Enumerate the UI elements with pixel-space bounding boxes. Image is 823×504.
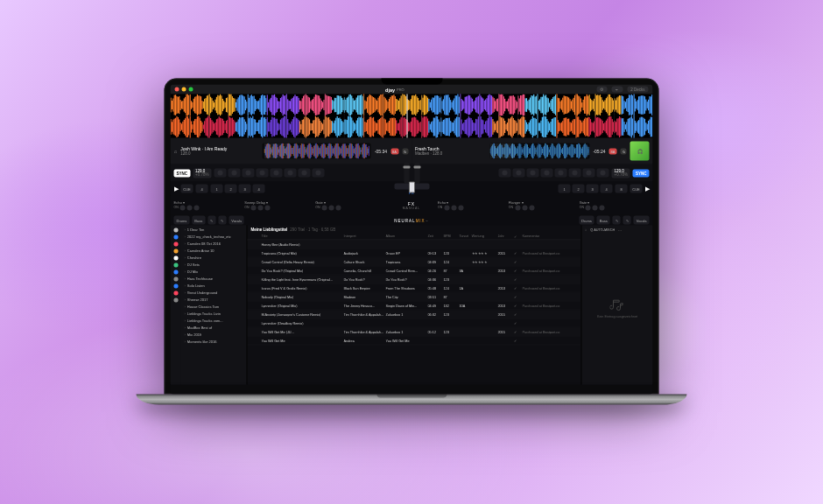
table-row[interactable]: Crowd Control (Delta Heavy Remix)Culture… — [248, 258, 581, 267]
table-row[interactable]: Killing the Light feat. Inne Eysermans (… — [248, 276, 581, 284]
fx-knob[interactable] — [586, 206, 591, 211]
fx-mode-label[interactable]: MANUAL — [387, 206, 436, 210]
fx-knob[interactable] — [600, 206, 605, 211]
table-row[interactable]: Icarus (Fred V & Grafix Remix)Black Sun … — [248, 284, 581, 293]
sidebar-playlist-item[interactable]: Camden Arise 10 — [181, 247, 247, 254]
main-waveform[interactable] — [171, 94, 653, 138]
hotcue-button[interactable]: 4 — [601, 185, 613, 193]
source-icon[interactable] — [173, 284, 178, 289]
close-icon[interactable] — [175, 88, 179, 92]
column-header[interactable]: ✓ — [514, 234, 523, 239]
sidebar-playlist-item[interactable]: Lieblings Tracks Livin — [181, 310, 247, 317]
column-header[interactable] — [251, 234, 262, 239]
control-button[interactable] — [256, 169, 268, 178]
fx-knob[interactable] — [194, 206, 200, 211]
deck-a-loop-badge[interactable]: ↻ — [402, 148, 408, 154]
table-row[interactable]: Lynnecker (Deadboy Remix)✓ — [248, 319, 581, 328]
fx-on-button[interactable]: ON — [174, 206, 179, 211]
queue-more-icon[interactable]: ⋯ — [618, 228, 622, 233]
control-button[interactable] — [228, 169, 240, 178]
deck-mode-select[interactable]: 2 Decks — [627, 87, 648, 93]
column-header[interactable]: Title — [262, 234, 344, 239]
sidebar-playlist-item[interactable]: DJ Mix — [181, 268, 247, 275]
column-header[interactable]: Kommentar — [523, 234, 578, 239]
table-row[interactable]: Lynnecker (Original Mix)The Jimmy Hessco… — [248, 302, 581, 311]
source-icon[interactable] — [173, 270, 178, 275]
hotcue-button[interactable]: 2 — [573, 185, 585, 193]
source-icon[interactable] — [173, 256, 178, 261]
hotcue-button[interactable]: 2 — [225, 185, 237, 193]
queue-automix-badge[interactable]: Q AUTO-MISCH — [590, 228, 615, 233]
control-button[interactable] — [270, 169, 282, 178]
fx-knob[interactable] — [444, 206, 449, 211]
neural-stem-button[interactable]: Bass — [192, 216, 205, 225]
crossfader[interactable] — [394, 183, 429, 189]
control-button[interactable] — [312, 169, 324, 178]
source-icon[interactable] — [173, 235, 178, 240]
neural-stem-button[interactable]: Drums — [174, 216, 190, 225]
sidebar-playlist-item[interactable]: 1 Dear Tim — [181, 226, 247, 233]
control-button[interactable] — [298, 169, 310, 178]
volume-fader-a[interactable] — [404, 163, 409, 184]
library-columns[interactable]: TitleInterpretAlbumZeitBPMTonartWertungJ… — [248, 234, 581, 241]
play-button-b[interactable]: ▶ — [645, 186, 650, 192]
neural-stem-button[interactable]: ✎ — [208, 216, 215, 225]
hotcue-button[interactable]: 1 — [211, 185, 223, 193]
fx-slot-label[interactable]: Gate ▾ — [315, 200, 385, 205]
source-icon[interactable] — [173, 298, 178, 303]
bpm-display-b[interactable]: 129.0+0.78% — [612, 168, 630, 178]
deck-a-overview[interactable] — [262, 144, 371, 159]
source-icon[interactable] — [173, 263, 178, 268]
column-header[interactable]: Jahr — [498, 234, 514, 239]
sidebar-playlist-item[interactable]: House Classics Tam — [181, 303, 247, 310]
sidebar-playlist-item[interactable]: Solo Listen — [181, 282, 247, 289]
table-row[interactable]: M Anxiety (Jonwayne's Custome Remix)Tim … — [248, 311, 581, 319]
neural-stem-button[interactable]: ✎ — [218, 216, 226, 225]
control-button[interactable] — [499, 169, 511, 178]
table-row[interactable]: Tropicana (Original Mix)AudiojackGruuv E… — [248, 249, 581, 258]
column-header[interactable]: Album — [386, 234, 428, 239]
bpm-display-a[interactable]: 129.0+0.78% — [193, 168, 211, 178]
table-row[interactable]: You Will Get Me (JU...Tim Thornhike & Ap… — [248, 328, 581, 337]
neural-stem-button[interactable]: Drums — [579, 216, 594, 225]
control-button[interactable] — [242, 169, 254, 178]
sidebar-playlist-item[interactable]: Hara Techhouse — [181, 275, 247, 282]
control-button[interactable] — [214, 169, 226, 178]
volume-fader-b[interactable] — [414, 163, 419, 184]
control-button[interactable] — [555, 169, 567, 178]
sidebar-playlist-item[interactable]: Sheese 2017 — [181, 296, 247, 303]
midi-icon[interactable]: ⫟ — [611, 87, 623, 93]
table-row[interactable]: You Will Get MeAndreaYou Will Get Me✓ — [248, 337, 581, 346]
control-button[interactable] — [541, 169, 553, 178]
neural-stem-button[interactable]: Bass — [597, 216, 610, 225]
fx-on-button[interactable]: ON — [244, 206, 249, 211]
hotcue-button[interactable]: 4 — [253, 185, 265, 193]
fx-knob[interactable] — [187, 206, 193, 211]
column-header[interactable]: Interpret — [344, 234, 386, 239]
fx-slot-label[interactable]: Gate ▾ — [580, 200, 650, 205]
neural-stem-button[interactable]: Vocals — [229, 216, 244, 225]
fx-slot-label[interactable]: Echo ▾ — [174, 200, 244, 205]
fullscreen-icon[interactable] — [189, 88, 193, 92]
source-icon[interactable] — [173, 228, 178, 233]
sidebar-playlist-item[interactable]: 2022 my_check_techno_etc — [181, 233, 247, 240]
fx-knob[interactable] — [335, 206, 341, 211]
neural-stem-button[interactable]: ✎ — [623, 216, 631, 225]
loop-button-b[interactable]: 8 — [615, 185, 628, 193]
sidebar-playlist-item[interactable]: Lieblings Tracks vom... — [181, 317, 247, 324]
fx-on-button[interactable]: ON — [580, 206, 584, 211]
sync-button-b[interactable]: SYNC — [633, 169, 650, 177]
library-track-list[interactable]: Honey Bee (Audio Remix)Tropicana (Origin… — [248, 241, 581, 385]
fx-knob[interactable] — [593, 206, 598, 211]
fx-on-button[interactable]: ON — [509, 206, 513, 211]
control-button[interactable] — [597, 169, 609, 178]
column-header[interactable]: Wertung — [472, 234, 498, 239]
column-header[interactable]: Zeit — [428, 234, 444, 239]
source-icon[interactable] — [173, 291, 178, 296]
deck-b-overview[interactable] — [489, 144, 589, 159]
fx-knob[interactable] — [321, 206, 327, 211]
fx-knob[interactable] — [328, 206, 334, 211]
play-button-a[interactable]: ▶ — [174, 186, 179, 192]
sidebar-playlist-item[interactable]: Mix 2019 — [181, 331, 247, 338]
traffic-lights[interactable] — [175, 88, 193, 92]
